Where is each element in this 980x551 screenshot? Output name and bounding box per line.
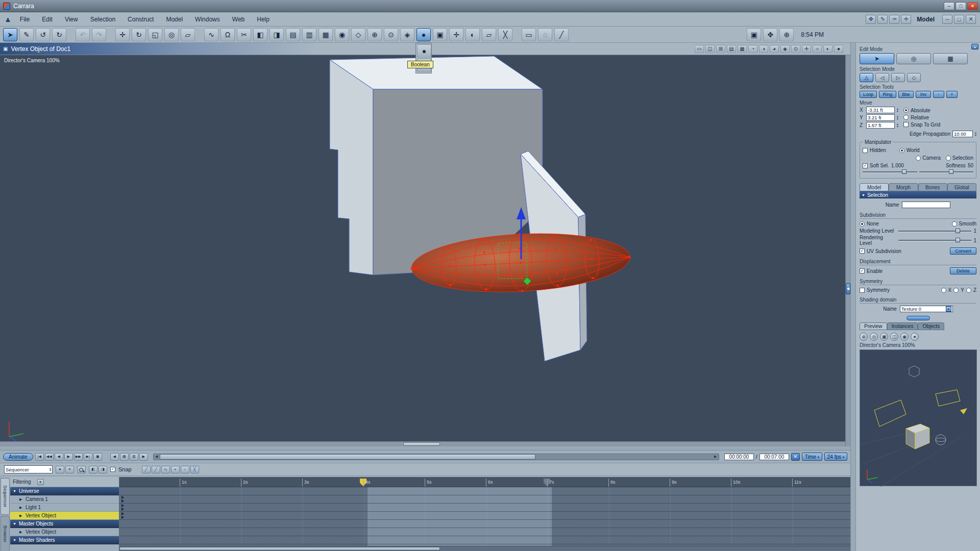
pane-vertical-icon[interactable]: ◨ [99,466,107,473]
key-remove-icon[interactable]: ▫ [181,466,189,473]
menu-item-model[interactable]: Model [166,16,183,23]
rotate-left-icon[interactable]: ↺ [36,28,50,41]
time-mode-dropdown[interactable]: Time ▾ [802,453,822,461]
selection-radio[interactable] [946,156,951,161]
menu-item-help[interactable]: Help [257,16,270,23]
tween-bezier-icon[interactable]: ╱ [152,466,160,473]
magnifier-icon[interactable] [77,466,86,473]
display-flat-icon[interactable]: ⊙ [791,45,800,53]
time-ruler[interactable]: 1s2s3s4s5s6s7s8s9s10s11s [119,477,850,487]
display-full-icon[interactable]: ● [834,45,843,53]
tab-morph[interactable]: Morph [889,183,918,191]
panel-collapse-button[interactable]: ▴ [971,44,978,49]
subdivision-none-radio[interactable] [860,221,865,227]
tree-row-light-1[interactable]: ▶Light 1 [10,504,119,512]
tracks[interactable] [119,487,850,546]
render-room-icon[interactable]: ✛ [901,15,911,24]
pane-grid-icon[interactable]: ▦ [738,45,747,53]
pane-horizontal-icon[interactable]: ◧ [89,466,97,473]
flatten-brush-icon[interactable]: ▱ [482,28,496,41]
tree-row-master-objects[interactable]: ▼Master Objects [10,520,119,528]
loop-button[interactable]: Loop [860,91,877,98]
menu-item-edit[interactable]: Edit [42,16,53,23]
panel-divider[interactable] [850,43,855,551]
symmetry-y-radio[interactable] [953,288,959,293]
redo-icon[interactable]: ↷ [92,28,106,41]
doc-minimize-icon[interactable]: ─ [942,15,952,24]
invert-button[interactable]: Inv [916,91,931,98]
edge-propagation-field[interactable]: 10.00 [952,131,973,137]
tween-oscillate-icon[interactable]: ∿ [161,466,170,473]
animate-button[interactable]: Animate [3,453,33,461]
tree-row-master-vertex-object[interactable]: ▶Vertex Object [10,528,119,536]
panel-collapse-arrow-icon[interactable]: ◀ [846,283,850,294]
modeling-level-slider[interactable] [898,229,971,234]
tree-row-camera-1[interactable]: ▶Camera 1 [10,495,119,504]
sweep-tool-icon[interactable]: ▥ [302,28,316,41]
sequencer-dropdown[interactable]: Sequencer ▴▾ [4,465,53,473]
viewport-canvas[interactable] [0,55,845,441]
scroll-right-arrow-icon[interactable]: ▶ [713,455,719,459]
camera-radio[interactable] [916,156,921,161]
minimize-button[interactable]: ─ [944,2,954,10]
pinch-brush-icon[interactable]: ✛ [449,28,463,41]
viewport[interactable]: Director's Camera 100% [0,55,845,441]
tree-row-universe[interactable]: ▼Universe [10,487,119,495]
between-button[interactable]: Btw [898,91,914,98]
bevel-tool-icon[interactable]: ◇ [351,28,365,41]
marquee-select-icon[interactable]: ▭ [522,28,536,41]
select-object-button[interactable]: ◇ [907,73,921,82]
scrollbar-handle[interactable] [403,442,440,446]
x-position-field[interactable]: -3.31 ft [866,107,895,113]
current-time-field[interactable]: 00:00:00 [724,454,754,460]
displace-brush-icon[interactable]: ▣ [433,28,447,41]
step-back-icon[interactable]: ◀ [55,453,63,461]
pv-light-icon[interactable]: ● [911,333,919,341]
lathe-tool-icon[interactable]: ◉ [335,28,349,41]
move-tool-icon[interactable]: ✛ [115,28,130,41]
convert-button[interactable]: Convert [950,247,976,255]
track-range-icon[interactable]: ▤ [120,453,129,461]
keyframe-marker[interactable] [121,512,126,519]
edit-mode-grid-button[interactable]: ▦ [933,53,968,64]
clear-time-button[interactable]: ✕ [791,453,800,461]
subdivision-smooth-radio[interactable] [952,221,957,227]
soft-sel-slider[interactable] [863,169,917,174]
symmetry-z-radio[interactable] [966,288,971,293]
weld-tool-icon[interactable]: ⊕ [368,28,382,41]
zoom-icon[interactable]: ⊕ [779,28,794,41]
viewport-horizontal-scrollbar[interactable] [0,441,845,446]
uv-subdivision-checkbox[interactable]: ✓ [860,248,865,254]
displacement-enable-checkbox[interactable]: ✓ [860,268,865,273]
display-phong-icon[interactable]: ◑ [759,45,768,53]
tab-model[interactable]: Model [860,183,889,191]
ring-button[interactable]: Ring [879,91,896,98]
go-start-icon[interactable]: |◀ [35,453,44,461]
thickness-tool-icon[interactable]: ◈ [400,28,414,41]
fill-tool-icon[interactable]: ◧ [253,28,267,41]
close-button[interactable]: ✕ [967,2,978,10]
menu-item-windows[interactable]: Windows [195,16,220,23]
fast-back-icon[interactable]: ◀◀ [45,453,54,461]
scroll-right-icon[interactable]: ▶ [139,453,148,461]
undo-icon[interactable]: ↶ [76,28,90,41]
pan-hand-icon[interactable]: ✥ [763,28,777,41]
settings-icon[interactable]: ✳ [65,466,74,473]
mesh-tool-icon[interactable]: ▦ [318,28,333,41]
pv-pan-icon[interactable]: ◎ [870,333,878,341]
pen-icon[interactable]: ✎ [19,28,34,41]
menu-item-file[interactable]: File [20,16,30,23]
menu-item-selection[interactable]: Selection [90,16,115,23]
display-axis-icon[interactable]: ✛ [802,45,811,53]
go-end-icon[interactable]: ▶| [84,453,92,461]
menu-item-web[interactable]: Web [232,16,244,23]
absolute-radio[interactable] [903,108,909,113]
scrollbar-handle[interactable] [119,547,440,550]
tab-preview[interactable]: Preview [860,322,887,330]
tab-global[interactable]: Global [947,183,976,191]
sphere-boolean-icon[interactable]: ● [416,28,431,41]
texture-room-icon[interactable]: ✑ [889,15,899,24]
display-textured-icon[interactable]: ◕ [770,45,779,53]
viewport-vertical-scrollbar[interactable]: ◀ [845,55,850,446]
tree-row-master-shaders[interactable]: ▼Master Shaders [10,536,119,544]
